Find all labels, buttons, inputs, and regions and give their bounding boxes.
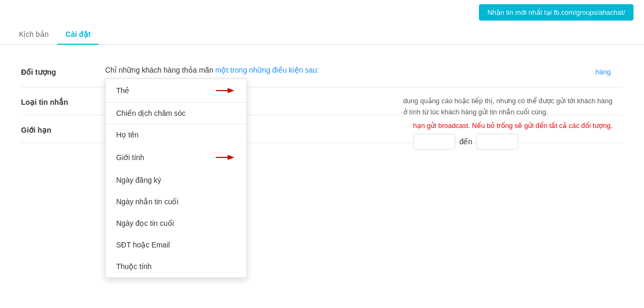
notification-button[interactable]: Nhận tin mới nhất tại fb.com/groups/ahac…: [479, 4, 633, 21]
dropdown-item-ho-ten[interactable]: Họ tên: [106, 124, 247, 146]
dropdown-item-sdt-email[interactable]: SĐT hoặc Email: [106, 234, 247, 256]
loai-tin-nhan-label: Loại tin nhắn: [21, 96, 105, 106]
gioi-han-from-input[interactable]: [413, 134, 455, 150]
doi-tuong-value: Chỉ những khách hàng thỏa mãn một trong …: [105, 66, 623, 78]
dropdown-item-ho-ten-label: Họ tên: [116, 131, 138, 139]
doi-tuong-link[interactable]: một trong những điều kiện sau:: [216, 66, 319, 74]
gioi-han-to-input[interactable]: [476, 134, 518, 150]
dropdown-item-thuoc-tinh[interactable]: Thuộc tính: [106, 256, 247, 277]
dropdown-item-ngay-nhan-tin-cuoi-label: Ngày nhắn tin cuối: [116, 197, 178, 206]
doi-tuong-right-link[interactable]: hàng.: [595, 68, 612, 76]
dropdown-item-ngay-dang-ky-label: Ngày đăng ký: [116, 176, 161, 184]
dropdown-item-the-label: Thẻ: [116, 86, 129, 95]
doi-tuong-row: Đối tượng Chỉ những khách hàng thỏa mãn …: [21, 57, 623, 87]
top-bar: Nhận tin mới nhất tại fb.com/groups/ahac…: [0, 0, 644, 25]
loai-tin-nhan-right: dung quảng cáo hoặc tiếp thị, nhưng có t…: [403, 96, 612, 118]
dropdown-item-chien-dich[interactable]: Chiến dịch chăm sóc: [106, 103, 247, 124]
tabs-container: Kịch bản Cài đặt: [0, 25, 644, 45]
red-arrow-the: [215, 85, 236, 96]
gioi-han-label: Giới hạn: [21, 124, 105, 134]
main-content: Đối tượng Chỉ những khách hàng thỏa mãn …: [0, 45, 644, 156]
tab-kich-ban[interactable]: Kịch bản: [11, 25, 57, 45]
dropdown-item-ngay-nhan-tin-cuoi[interactable]: Ngày nhắn tin cuối: [106, 191, 247, 213]
gioi-han-inputs: đến: [413, 134, 612, 150]
svg-marker-2: [228, 88, 234, 93]
gioi-han-right: hạn gửi broadcast. Nếu bỏ trống sẽ gửi đ…: [413, 122, 612, 150]
dropdown-item-sdt-email-label: SĐT hoặc Email: [116, 241, 170, 249]
gioi-han-den-label: đến: [459, 137, 473, 146]
dropdown-item-ngay-doc-tin-cuoi-label: Ngày đọc tin cuối: [116, 219, 174, 227]
doi-tuong-label: Đối tượng: [21, 66, 105, 76]
dropdown-item-thuoc-tinh-label: Thuộc tính: [116, 262, 151, 271]
dropdown-item-chien-dich-label: Chiến dịch chăm sóc: [116, 109, 186, 117]
notification-label: Nhận tin mới nhất tại fb.com/groups/ahac…: [487, 8, 625, 16]
doi-tuong-intro: Chỉ những khách hàng thỏa mãn: [105, 66, 216, 74]
dropdown-item-the[interactable]: Thẻ: [106, 79, 247, 103]
tab-cai-dat[interactable]: Cài đặt: [57, 25, 99, 45]
dropdown-menu: Thẻ Chiến dịch chăm sóc Họ tên: [105, 78, 247, 278]
svg-marker-4: [228, 155, 234, 160]
dropdown-item-gioi-tinh-label: Giới tính: [116, 153, 144, 162]
dropdown-item-ngay-dang-ky[interactable]: Ngày đăng ký: [106, 170, 247, 191]
red-arrow-gioi-tinh: [215, 152, 236, 163]
dropdown-item-ngay-doc-tin-cuoi[interactable]: Ngày đọc tin cuối: [106, 213, 247, 234]
dropdown-item-gioi-tinh[interactable]: Giới tính: [106, 146, 247, 170]
